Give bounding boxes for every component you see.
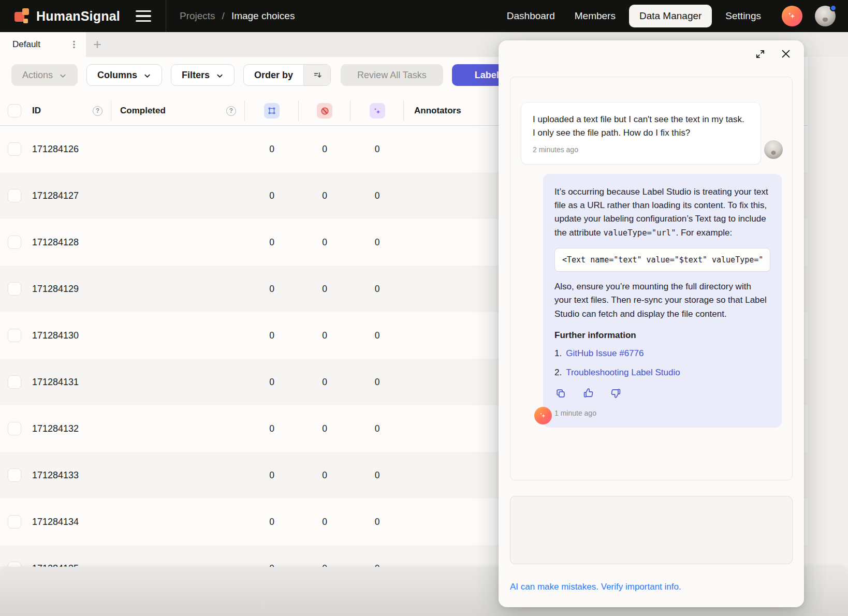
- columns-button[interactable]: Columns: [86, 64, 162, 86]
- add-tab-button[interactable]: +: [86, 32, 109, 57]
- row-checkbox[interactable]: [8, 282, 21, 296]
- row-checkbox-cell: [0, 142, 27, 156]
- thumbs-up-icon: [582, 387, 594, 399]
- user-avatar[interactable]: [815, 6, 836, 26]
- chevron-down-icon: [143, 72, 151, 80]
- copy-button[interactable]: [554, 387, 567, 400]
- column-id-label: ID: [27, 106, 41, 116]
- breadcrumb-projects[interactable]: Projects: [180, 10, 215, 22]
- task-id-cell: 171284128: [27, 237, 111, 248]
- task-id-cell: 171284135: [27, 563, 111, 567]
- row-checkbox[interactable]: [8, 562, 21, 567]
- row-checkbox[interactable]: [8, 142, 21, 156]
- close-panel-button[interactable]: [779, 47, 793, 61]
- breadcrumb-separator: /: [222, 10, 225, 22]
- header-nav: Dashboard Members Data Manager Settings: [501, 5, 848, 27]
- select-all-checkbox[interactable]: [8, 104, 21, 118]
- row-checkbox[interactable]: [8, 515, 21, 529]
- hamburger-menu-icon[interactable]: [136, 10, 151, 22]
- actions-button[interactable]: Actions: [11, 64, 78, 86]
- ai-assistant-button[interactable]: [782, 6, 802, 26]
- thumbs-down-button[interactable]: [609, 387, 622, 400]
- predictions-count: 0: [350, 377, 404, 388]
- assistant-message-row: It’s occurring because Label Studio is t…: [543, 174, 782, 428]
- expand-panel-button[interactable]: [753, 47, 767, 61]
- task-id-cell: 171284130: [27, 330, 111, 341]
- cancelled-count: 0: [299, 284, 350, 295]
- sort-icon: [313, 70, 322, 80]
- predictions-icon: [370, 103, 385, 119]
- column-completed-label: Completed: [111, 106, 166, 116]
- column-annotators-label: Annotators: [414, 106, 461, 116]
- panel-controls: [753, 47, 793, 61]
- row-checkbox-cell: [0, 468, 27, 482]
- row-checkbox[interactable]: [8, 189, 21, 202]
- user-message-timestamp: 2 minutes ago: [533, 145, 749, 154]
- order-by-button[interactable]: Order by: [243, 64, 331, 86]
- cancelled-count: 0: [299, 470, 350, 481]
- row-checkbox[interactable]: [8, 422, 21, 435]
- code-block[interactable]: <Text name="text" value="$text" valueTyp…: [554, 248, 770, 272]
- row-checkbox-cell: [0, 422, 27, 435]
- brand-logo[interactable]: HumanSignal: [0, 8, 120, 24]
- row-checkbox[interactable]: [8, 468, 21, 482]
- app-header: HumanSignal Projects / Image choices Das…: [0, 0, 848, 32]
- row-checkbox[interactable]: [8, 236, 21, 249]
- sort-direction-button[interactable]: [303, 65, 330, 85]
- header-annotations-cell[interactable]: [245, 96, 299, 126]
- annotations-count: 0: [245, 144, 299, 155]
- row-checkbox[interactable]: [8, 375, 21, 389]
- chat-input[interactable]: [510, 496, 792, 564]
- filters-label: Filters: [182, 70, 210, 81]
- filters-button[interactable]: Filters: [171, 64, 235, 86]
- cancelled-count: 0: [299, 377, 350, 388]
- annotations-count: 0: [245, 237, 299, 248]
- chat-messages[interactable]: I uploaded a text file but I can't see t…: [510, 77, 793, 480]
- troubleshooting-link[interactable]: Troubleshooting Label Studio: [566, 366, 680, 379]
- reference-list: 1. GitHub Issue #6776 2. Troubleshooting…: [554, 347, 770, 380]
- cancelled-count: 0: [299, 190, 350, 201]
- message-actions: [554, 387, 770, 400]
- cancelled-count: 0: [299, 144, 350, 155]
- github-issue-link[interactable]: GitHub Issue #6776: [566, 347, 644, 360]
- columns-label: Columns: [97, 70, 137, 81]
- reference-number: 2.: [554, 366, 562, 379]
- completed-help-icon[interactable]: ?: [226, 106, 236, 116]
- predictions-count: 0: [350, 517, 404, 527]
- predictions-count: 0: [350, 330, 404, 341]
- cancelled-count: 0: [299, 563, 350, 567]
- nav-dashboard[interactable]: Dashboard: [501, 5, 561, 27]
- predictions-count: 0: [350, 190, 404, 201]
- tab-menu-kebab-icon[interactable]: [67, 38, 81, 51]
- nav-members[interactable]: Members: [568, 5, 622, 27]
- annotations-count: 0: [245, 377, 299, 388]
- task-id-cell: 171284129: [27, 284, 111, 295]
- id-help-icon[interactable]: ?: [93, 106, 103, 116]
- row-checkbox[interactable]: [8, 329, 21, 342]
- nav-data-manager[interactable]: Data Manager: [629, 5, 712, 27]
- review-all-tasks-button[interactable]: Review All Tasks: [341, 64, 443, 86]
- assistant-message-timestamp: 1 minute ago: [554, 409, 770, 417]
- brand-name: HumanSignal: [36, 9, 120, 24]
- sparkle-icon: [786, 10, 798, 22]
- breadcrumb: Projects / Image choices: [180, 10, 295, 22]
- reference-item: 1. GitHub Issue #6776: [554, 347, 770, 360]
- header-cancelled-cell[interactable]: [299, 96, 350, 126]
- predictions-count: 0: [350, 470, 404, 481]
- predictions-count: 0: [350, 423, 404, 434]
- header-predictions-cell[interactable]: [350, 96, 404, 126]
- predictions-count: 0: [350, 563, 404, 567]
- nav-settings[interactable]: Settings: [719, 5, 767, 27]
- header-id-cell[interactable]: ID ?: [27, 96, 111, 126]
- task-id-cell: 171284127: [27, 190, 111, 201]
- assistant-paragraph-1: It’s occurring because Label Studio is t…: [554, 185, 770, 240]
- review-all-tasks-label: Review All Tasks: [357, 70, 427, 81]
- copy-icon: [555, 388, 566, 399]
- user-message: I uploaded a text file but I can't see t…: [521, 102, 761, 165]
- tab-default[interactable]: Default: [0, 32, 86, 57]
- thumbs-up-button[interactable]: [582, 387, 594, 400]
- header-divider: [166, 0, 166, 32]
- header-completed-cell[interactable]: Completed ?: [111, 96, 245, 126]
- ai-chat-panel: I uploaded a text file but I can't see t…: [499, 40, 804, 607]
- thumbs-down-icon: [610, 387, 622, 399]
